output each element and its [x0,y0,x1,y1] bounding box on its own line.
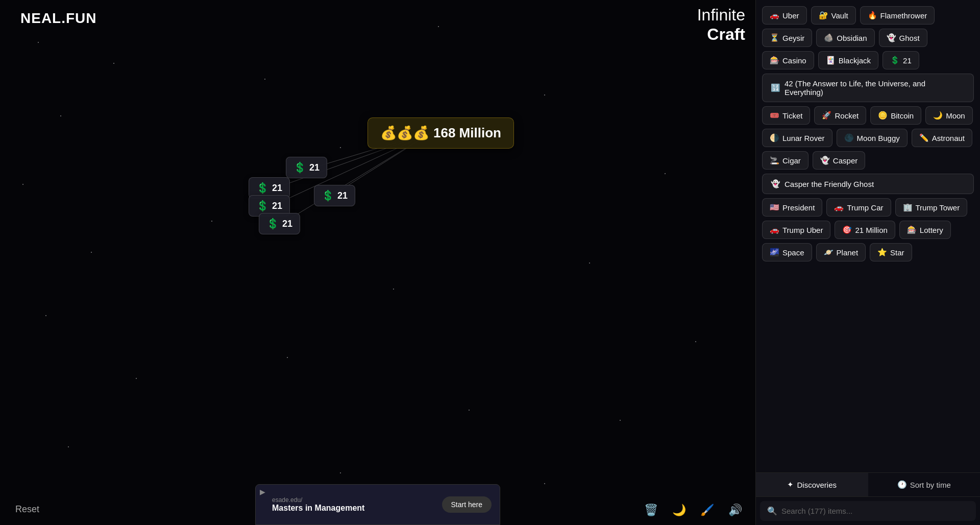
item-trump-tower[interactable]: 🏢 Trump Tower [895,198,968,217]
ad-source: esade.edu/ [272,496,436,504]
big-chip-emoji: 💰💰💰 [380,125,429,141]
lunar-rover-icon: 🌗 [770,133,779,142]
item-geysir[interactable]: ⏳ Geysir [762,29,812,47]
bottom-toolbar: 🗑️ 🌙 🖌️ 🔊 [641,500,745,520]
bitcoin-icon: 🪙 [878,111,888,120]
delete-icon[interactable]: 🗑️ [641,500,661,520]
star-label: Star [890,248,904,257]
ticket-label: Ticket [782,111,802,120]
item-president[interactable]: 🇺🇸 President [762,198,822,217]
trump-tower-label: Trump Tower [916,203,960,212]
item-42[interactable]: 🔢 42 (The Answer to Life, the Universe, … [762,74,974,102]
item-21-million[interactable]: 🎯 21 Million [835,221,895,239]
vault-label: Vault [831,11,848,20]
21-label: 21 [903,56,912,65]
space-icon: 🌌 [770,248,779,257]
tab-sort-by-time[interactable]: 🕐 Sort by time [868,473,981,496]
ad-cta-button[interactable]: Start here [442,496,492,513]
item-casper-friendly-ghost[interactable]: 👻 Casper the Friendly Ghost [762,174,974,194]
canvas-elements: 💰💰💰 168 Million 💲 21 💲 21 💲 21 💲 21 💲 21 [0,0,755,525]
geysir-label: Geysir [782,34,804,42]
item-uber[interactable]: 🚗 Uber [762,6,807,25]
item-star[interactable]: ⭐ Star [870,243,912,261]
ad-title: Masters in Management [272,504,436,513]
item-casper[interactable]: 👻 Casper [813,151,865,170]
flamethrower-icon: 🔥 [868,11,877,20]
item-trump-uber[interactable]: 🚗 Trump Uber [762,221,830,239]
42-icon: 🔢 [771,83,780,92]
casper-icon: 👻 [820,156,830,165]
element-chip-1[interactable]: 💲 21 [286,157,327,178]
sidebar: 🚗 Uber 🔐 Vault 🔥 Flamethrower ⏳ Geysir 🪨… [755,0,980,525]
casino-label: Casino [782,56,806,65]
casino-icon: 🎰 [770,56,779,65]
moon-buggy-label: Moon Buggy [857,134,900,142]
trump-uber-icon: 🚗 [770,225,779,234]
cigar-label: Cigar [782,156,801,165]
casper-label: Casper [833,156,857,165]
lunar-rover-label: Lunar Rover [782,134,825,142]
item-blackjack[interactable]: 🃏 Blackjack [818,51,878,69]
ad-close-icon[interactable]: ▶ [260,488,265,496]
element-chip-5[interactable]: 💲 21 [259,213,300,234]
geysir-icon: ⏳ [770,33,779,42]
item-obsidian[interactable]: 🪨 Obsidian [816,29,874,47]
item-lunar-rover[interactable]: 🌗 Lunar Rover [762,129,832,147]
canvas-area[interactable]: NEAL.FUN Infinite Craft 💰💰💰 168 Million … [0,0,755,525]
rocket-icon: 🚀 [822,111,831,120]
item-ticket[interactable]: 🎟️ Ticket [762,106,810,125]
brush-icon[interactable]: 🖌️ [697,500,717,520]
item-trump-car[interactable]: 🚗 Trump Car [826,198,891,217]
item-ghost[interactable]: 👻 Ghost [879,29,927,47]
uber-icon: 🚗 [770,11,779,20]
space-label: Space [782,248,804,257]
item-casino[interactable]: 🎰 Casino [762,51,814,69]
trump-car-label: Trump Car [847,203,883,212]
item-moon-buggy[interactable]: 🌑 Moon Buggy [837,129,908,147]
tab-discoveries[interactable]: ✦ Discoveries [756,473,868,496]
ticket-icon: 🎟️ [770,111,779,120]
item-cigar[interactable]: 🚬 Cigar [762,151,808,170]
item-space[interactable]: 🌌 Space [762,243,812,261]
item-astronaut[interactable]: ✏️ Astronaut [912,129,972,147]
tab-bar: ✦ Discoveries 🕐 Sort by time [756,473,980,497]
blackjack-icon: 🃏 [826,56,836,65]
item-lottery[interactable]: 🎰 Lottery [899,221,951,239]
bitcoin-label: Bitcoin [891,111,914,120]
vault-icon: 🔐 [819,11,828,20]
trump-uber-label: Trump Uber [782,226,823,234]
sound-icon[interactable]: 🔊 [725,500,745,520]
planet-label: Planet [837,248,859,257]
item-bitcoin[interactable]: 🪙 Bitcoin [870,106,921,125]
big-chip-label: 168 Million [433,125,501,141]
reset-button[interactable]: Reset [15,504,39,515]
big-result-chip[interactable]: 💰💰💰 168 Million [368,117,514,149]
discoveries-icon: ✦ [787,480,794,489]
astronaut-label: Astronaut [932,134,965,142]
obsidian-label: Obsidian [837,34,867,42]
item-moon[interactable]: 🌙 Moon [925,106,973,125]
trump-tower-icon: 🏢 [903,203,913,212]
item-planet[interactable]: 🪐 Planet [816,243,866,261]
lottery-icon: 🎰 [907,225,917,234]
obsidian-icon: 🪨 [824,33,834,42]
president-label: President [782,203,815,212]
sort-by-time-icon: 🕐 [897,480,907,489]
ad-text: esade.edu/ Masters in Management [272,496,436,513]
uber-label: Uber [782,11,799,20]
moon-label: Moon [946,111,965,120]
planet-icon: 🪐 [824,248,834,257]
sidebar-bottom: ✦ Discoveries 🕐 Sort by time 🔍 [756,472,980,525]
blackjack-label: Blackjack [839,56,871,65]
moon-item-icon: 🌙 [933,111,943,120]
ghost-label: Ghost [899,34,920,42]
item-rocket[interactable]: 🚀 Rocket [814,106,866,125]
item-flamethrower[interactable]: 🔥 Flamethrower [860,6,935,25]
item-21[interactable]: 💲 21 [883,51,919,69]
item-vault[interactable]: 🔐 Vault [811,6,856,25]
search-bar: 🔍 [760,501,976,521]
element-chip-4[interactable]: 💲 21 [314,185,355,206]
search-input[interactable] [781,507,969,515]
moon-icon[interactable]: 🌙 [669,500,689,520]
casper-friendly-ghost-icon: 👻 [771,179,780,188]
